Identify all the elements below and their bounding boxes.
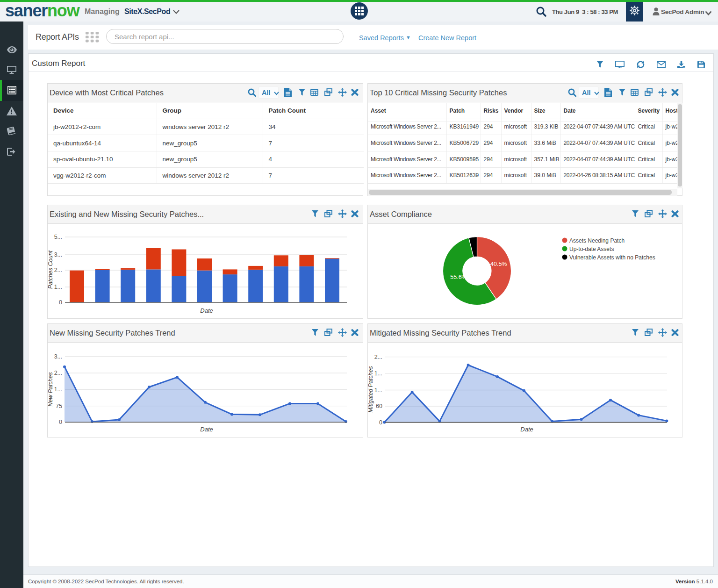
svg-text:Date: Date (200, 307, 213, 314)
svg-text:5...: 5... (54, 234, 62, 240)
svg-text:2...: 2... (374, 354, 382, 360)
svg-text:New Patches: New Patches (48, 372, 54, 407)
svg-text:1...: 1... (374, 370, 382, 377)
svg-text:40.5%: 40.5% (490, 261, 507, 267)
svg-text:Up-to-date Assets: Up-to-date Assets (569, 246, 614, 252)
svg-text:Assets Needing Patch: Assets Needing Patch (569, 237, 625, 244)
svg-text:Patches Count: Patches Count (48, 250, 54, 289)
svg-text:3...: 3... (54, 353, 62, 360)
svg-text:1...: 1... (374, 387, 382, 394)
svg-text:60: 60 (376, 403, 382, 409)
svg-text:Vulnerable Assets with no Patc: Vulnerable Assets with no Patches (569, 254, 655, 261)
svg-text:2...: 2... (54, 370, 62, 376)
svg-text:75: 75 (56, 403, 62, 409)
svg-text:Date: Date (200, 426, 213, 433)
svg-text:0: 0 (59, 419, 62, 425)
svg-text:55.6%: 55.6% (450, 274, 467, 280)
svg-text:Date: Date (520, 426, 533, 433)
svg-text:3...: 3... (54, 251, 62, 258)
svg-text:0: 0 (379, 419, 382, 426)
svg-text:0: 0 (59, 299, 62, 306)
svg-text:1...: 1... (54, 386, 62, 393)
svg-text:Mitigated Patches: Mitigated Patches (368, 366, 374, 412)
svg-text:1...: 1... (54, 284, 62, 290)
svg-text:2...: 2... (54, 267, 62, 273)
